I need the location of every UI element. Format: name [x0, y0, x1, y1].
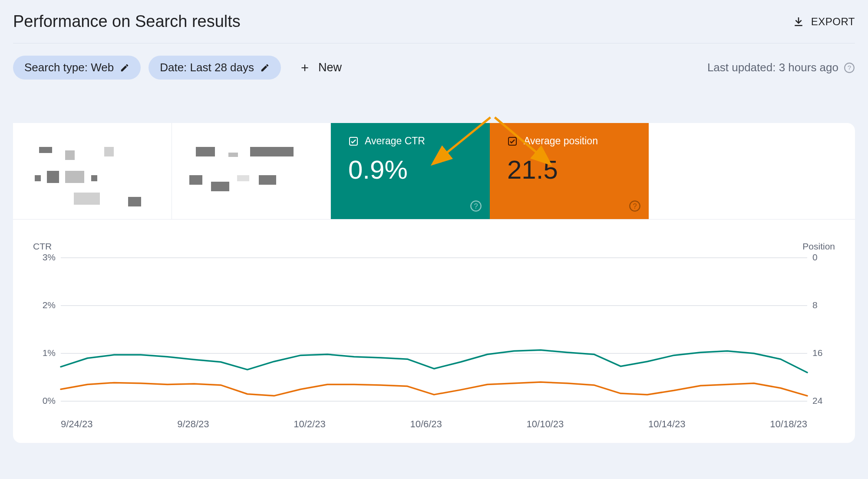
svg-text:3%: 3%	[43, 253, 56, 262]
filter-chip-date-range[interactable]: Date: Last 28 days	[149, 56, 281, 80]
x-tick: 10/10/23	[527, 419, 564, 430]
svg-text:0: 0	[812, 253, 818, 262]
x-tick: 10/6/23	[410, 419, 442, 430]
pencil-icon	[260, 63, 270, 73]
svg-text:2%: 2%	[43, 300, 56, 310]
x-tick: 10/18/23	[770, 419, 807, 430]
filter-chip-search-type[interactable]: Search type: Web	[13, 56, 141, 80]
checkbox-checked-icon	[507, 136, 518, 146]
metric-tile-redacted-2[interactable]	[172, 123, 331, 219]
last-updated-text: Last updated: 3 hours ago ?	[707, 61, 855, 74]
x-axis-ticks: 9/24/239/28/2310/2/2310/6/2310/10/2310/1…	[30, 414, 838, 430]
download-icon	[792, 15, 805, 28]
help-icon[interactable]: ?	[844, 62, 855, 73]
tile-value-position: 21.5	[507, 155, 637, 185]
svg-text:24: 24	[812, 396, 823, 406]
add-new-label: New	[318, 61, 342, 74]
svg-text:0%: 0%	[43, 396, 56, 406]
checkbox-checked-icon	[348, 136, 359, 146]
metric-tile-redacted-1[interactable]	[13, 123, 172, 219]
page-title: Performance on Search results	[13, 12, 241, 31]
export-button[interactable]: EXPORT	[792, 15, 855, 28]
svg-text:1%: 1%	[43, 348, 56, 358]
line-chart-svg: 3%02%81%160%24	[30, 253, 838, 414]
tile-value-ctr: 0.9%	[348, 155, 479, 185]
svg-text:8: 8	[812, 300, 818, 310]
export-label: EXPORT	[811, 16, 855, 28]
x-tick: 9/28/23	[177, 419, 209, 430]
svg-text:16: 16	[812, 348, 822, 358]
add-filter-button[interactable]: New	[299, 61, 342, 74]
svg-text:?: ?	[474, 202, 478, 210]
chip-label: Search type: Web	[24, 61, 114, 74]
y-axis-right-label: Position	[802, 241, 835, 252]
pencil-icon	[120, 63, 129, 73]
help-icon[interactable]: ?	[629, 200, 641, 212]
help-icon[interactable]: ?	[470, 200, 482, 212]
x-tick: 10/2/23	[294, 419, 325, 430]
metric-tiles-row: Average CTR 0.9% ? Average position 21.5…	[13, 123, 855, 220]
y-axis-left-label: CTR	[33, 241, 52, 252]
chip-label: Date: Last 28 days	[160, 61, 254, 74]
plus-icon	[299, 62, 310, 73]
performance-card: Average CTR 0.9% ? Average position 21.5…	[13, 123, 855, 443]
x-tick: 9/24/23	[61, 419, 92, 430]
tile-label: Average CTR	[365, 135, 425, 147]
svg-text:?: ?	[633, 202, 637, 210]
svg-text:?: ?	[848, 64, 851, 71]
tile-label: Average position	[524, 135, 598, 147]
x-tick: 10/14/23	[648, 419, 686, 430]
metric-tile-avg-position[interactable]: Average position 21.5 ?	[490, 123, 649, 219]
performance-chart: CTR Position 3%02%81%160%24 9/24/239/28/…	[13, 220, 855, 430]
metric-tile-avg-ctr[interactable]: Average CTR 0.9% ?	[331, 123, 490, 219]
